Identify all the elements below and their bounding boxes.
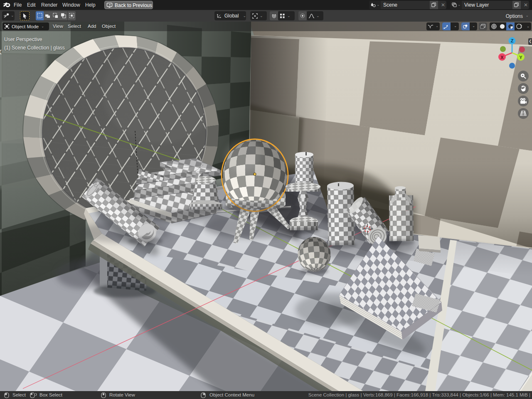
svg-text:X: X (500, 55, 504, 60)
svg-text:Z: Z (511, 38, 514, 43)
svg-text:Y: Y (519, 55, 522, 60)
